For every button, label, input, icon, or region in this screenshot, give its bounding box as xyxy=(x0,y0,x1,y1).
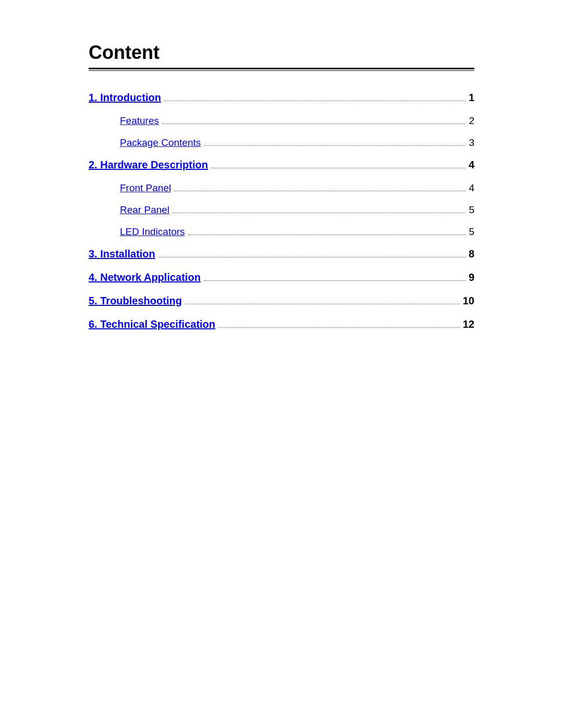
toc-item-network-application: 4. Network Application9 xyxy=(89,272,474,283)
toc-page-features: 2 xyxy=(469,115,474,127)
toc-page-technical-spec: 12 xyxy=(463,318,474,330)
toc-link-installation[interactable]: 3. Installation xyxy=(89,248,155,260)
toc-link-network-application[interactable]: 4. Network Application xyxy=(89,272,201,283)
toc-dots-hardware-desc xyxy=(211,168,466,168)
toc-dots-installation xyxy=(158,257,466,257)
toc-link-hardware-desc[interactable]: 2. Hardware Description xyxy=(89,159,208,171)
toc-item-rear-panel: Rear Panel5 xyxy=(120,204,474,216)
toc-dots-rear-panel xyxy=(173,213,466,213)
toc-page-intro: 1 xyxy=(469,92,474,104)
toc-dots-troubleshooting xyxy=(185,304,460,304)
toc-page-package-contents: 3 xyxy=(469,137,474,149)
toc-item-installation: 3. Installation8 xyxy=(89,248,474,260)
toc-link-features[interactable]: Features xyxy=(120,115,159,127)
toc-item-package-contents: Package Contents3 xyxy=(120,137,474,149)
toc-page-installation: 8 xyxy=(469,248,474,260)
toc-page-led-indicators: 5 xyxy=(469,226,474,238)
toc-link-led-indicators[interactable]: LED Indicators xyxy=(120,226,185,238)
toc-page-network-application: 9 xyxy=(469,272,474,283)
toc-link-package-contents[interactable]: Package Contents xyxy=(120,137,201,149)
toc-dots-led-indicators xyxy=(188,235,466,235)
toc-item-troubleshooting: 5. Troubleshooting10 xyxy=(89,295,474,307)
toc-item-features: Features2 xyxy=(120,115,474,127)
toc-dots-network-application xyxy=(204,280,466,281)
toc-item-led-indicators: LED Indicators5 xyxy=(120,226,474,238)
toc-dots-front-panel xyxy=(174,191,466,191)
toc-page-rear-panel: 5 xyxy=(469,204,474,216)
toc-page-front-panel: 4 xyxy=(469,182,474,194)
page-container: Content 1. Introduction1Features2Package… xyxy=(78,42,485,686)
toc-page-hardware-desc: 4 xyxy=(469,159,474,171)
toc-link-intro[interactable]: 1. Introduction xyxy=(89,92,161,104)
toc-dots-intro xyxy=(164,101,466,101)
toc-item-intro: 1. Introduction1 xyxy=(89,92,474,104)
toc-dots-features xyxy=(162,124,466,124)
toc-link-troubleshooting[interactable]: 5. Troubleshooting xyxy=(89,295,182,307)
toc-dots-technical-spec xyxy=(218,327,460,328)
toc-link-front-panel[interactable]: Front Panel xyxy=(120,182,171,194)
toc-link-technical-spec[interactable]: 6. Technical Specification xyxy=(89,318,215,330)
table-of-contents: 1. Introduction1Features2Package Content… xyxy=(89,92,474,330)
toc-item-front-panel: Front Panel4 xyxy=(120,182,474,194)
page-title: Content xyxy=(89,42,474,64)
title-rule-bottom xyxy=(89,70,474,71)
toc-item-technical-spec: 6. Technical Specification12 xyxy=(89,318,474,330)
toc-link-rear-panel[interactable]: Rear Panel xyxy=(120,204,169,216)
toc-item-hardware-desc: 2. Hardware Description4 xyxy=(89,159,474,171)
title-rule-top xyxy=(89,68,474,69)
toc-page-troubleshooting: 10 xyxy=(463,295,474,307)
toc-dots-package-contents xyxy=(204,145,466,146)
